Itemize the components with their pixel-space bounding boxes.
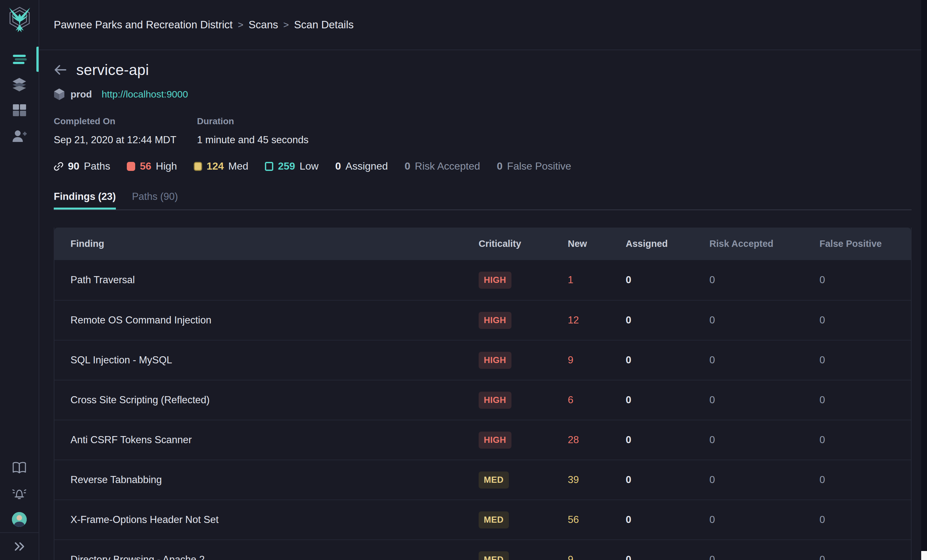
scan-host-link[interactable]: http://localhost:9000 xyxy=(102,89,188,100)
main-content: service-api prod http://localhost:9000 C… xyxy=(39,50,921,560)
bell-icon xyxy=(11,486,28,501)
book-icon xyxy=(12,461,27,474)
sidebar-item-dashboard[interactable] xyxy=(0,98,39,124)
finding-name[interactable]: Cross Site Scripting (Reflected) xyxy=(55,394,479,406)
false-positive-count: 0 xyxy=(819,314,912,326)
table-row[interactable]: SQL Injection - MySQL HIGH 9 0 0 0 xyxy=(55,340,911,380)
finding-name[interactable]: Directory Browsing - Apache 2 xyxy=(55,554,479,560)
risk-accepted-count: 0 xyxy=(710,434,819,446)
scan-stats-row: 90 Paths 56 High 124 Med 259 Low 0 Assig… xyxy=(54,160,571,172)
new-count[interactable]: 6 xyxy=(568,394,626,406)
breadcrumb-scan-details: Scan Details xyxy=(294,19,354,31)
sidebar-item-profile[interactable] xyxy=(0,507,39,532)
new-count[interactable]: 1 xyxy=(568,274,626,286)
criticality-badge: MED xyxy=(479,551,509,560)
new-count[interactable]: 56 xyxy=(568,514,626,525)
new-count[interactable]: 39 xyxy=(568,474,626,486)
high-count: 56 xyxy=(140,160,151,172)
stat-high: 56 High xyxy=(127,160,177,172)
sidebar-item-scans[interactable] xyxy=(0,46,39,72)
risk-accepted-count: 0 xyxy=(710,514,819,525)
stat-risk-accepted: 0 Risk Accepted xyxy=(404,160,480,172)
finding-name[interactable]: X-Frame-Options Header Not Set xyxy=(55,514,479,525)
criticality-badge: HIGH xyxy=(479,392,511,409)
sidebar-item-team[interactable] xyxy=(0,124,39,149)
criticality-badge: HIGH xyxy=(479,432,511,449)
finding-name[interactable]: SQL Injection - MySQL xyxy=(55,354,479,366)
environment-name: prod xyxy=(70,89,92,100)
tab-bar: Findings (23) Paths (90) xyxy=(54,191,912,210)
back-arrow-button[interactable] xyxy=(54,64,67,75)
column-header-false-positive: False Positive xyxy=(819,238,912,249)
table-row[interactable]: Reverse Tabnabbing MED 39 0 0 0 xyxy=(55,460,911,499)
finding-name[interactable]: Remote OS Command Injection xyxy=(55,314,479,326)
stat-paths: 90 Paths xyxy=(54,160,110,172)
assigned-count: 0 xyxy=(626,514,710,525)
finding-name[interactable]: Anti CSRF Tokens Scanner xyxy=(55,434,479,446)
risk-accepted-count: 0 xyxy=(710,274,819,286)
false-positive-count: 0 xyxy=(819,514,912,525)
risk-accepted-count: 0 xyxy=(404,160,410,172)
breadcrumb: Pawnee Parks and Recreation District > S… xyxy=(54,19,354,31)
low-count: 259 xyxy=(278,160,295,172)
new-count[interactable]: 9 xyxy=(568,554,626,560)
sidebar-item-docs[interactable] xyxy=(0,455,39,481)
table-row[interactable]: Cross Site Scripting (Reflected) HIGH 6 … xyxy=(55,380,911,420)
med-label: Med xyxy=(228,160,248,172)
link-icon xyxy=(54,162,64,171)
breadcrumb-org[interactable]: Pawnee Parks and Recreation District xyxy=(54,19,233,31)
column-header-assigned: Assigned xyxy=(626,238,710,249)
breadcrumb-scans[interactable]: Scans xyxy=(248,19,278,31)
active-nav-indicator xyxy=(36,47,39,72)
risk-accepted-count: 0 xyxy=(710,474,819,486)
assigned-label: Assigned xyxy=(345,160,388,172)
false-positive-count: 0 xyxy=(819,554,912,560)
duration-label: Duration xyxy=(197,116,308,126)
tab-paths[interactable]: Paths (90) xyxy=(132,191,178,209)
criticality-badge: MED xyxy=(479,472,509,489)
false-positive-count: 0 xyxy=(819,394,912,406)
sidebar-item-alerts[interactable] xyxy=(0,481,39,507)
false-positive-count: 0 xyxy=(819,474,912,486)
table-row[interactable]: Directory Browsing - Apache 2 MED 9 0 0 … xyxy=(55,539,911,560)
user-avatar xyxy=(12,512,27,527)
criticality-badge: HIGH xyxy=(479,352,511,369)
high-severity-icon xyxy=(127,162,135,171)
table-row[interactable]: X-Frame-Options Header Not Set MED 56 0 … xyxy=(55,499,911,539)
table-row[interactable]: Remote OS Command Injection HIGH 12 0 0 … xyxy=(55,300,911,340)
scan-results-icon xyxy=(12,52,27,67)
table-row[interactable]: Anti CSRF Tokens Scanner HIGH 28 0 0 0 xyxy=(55,420,911,460)
column-header-risk-accepted: Risk Accepted xyxy=(710,238,819,249)
high-label: High xyxy=(156,160,177,172)
sidebar-item-applications[interactable] xyxy=(0,72,39,98)
stat-low: 259 Low xyxy=(265,160,318,172)
finding-name[interactable]: Path Traversal xyxy=(55,274,479,286)
risk-accepted-count: 0 xyxy=(710,394,819,406)
med-severity-icon xyxy=(194,162,202,171)
risk-accepted-count: 0 xyxy=(710,314,819,326)
completed-on-value: Sep 21, 2020 at 12:44 MDT xyxy=(54,134,197,146)
tab-findings[interactable]: Findings (23) xyxy=(54,191,116,209)
table-row[interactable]: Path Traversal HIGH 1 0 0 0 xyxy=(55,260,911,300)
environment-cube-icon xyxy=(54,88,65,100)
breadcrumb-separator: > xyxy=(238,19,244,30)
new-count[interactable]: 12 xyxy=(568,314,626,326)
scrollbar-thumb[interactable] xyxy=(921,551,927,560)
new-count[interactable]: 9 xyxy=(568,354,626,366)
finding-name[interactable]: Reverse Tabnabbing xyxy=(55,474,479,486)
scrollbar-track[interactable] xyxy=(921,0,927,560)
completed-on-label: Completed On xyxy=(54,116,197,126)
column-header-finding: Finding xyxy=(55,238,479,249)
duration-value: 1 minute and 45 seconds xyxy=(197,134,308,146)
column-header-new: New xyxy=(568,238,626,249)
findings-table: Finding Criticality New Assigned Risk Ac… xyxy=(54,228,912,560)
false-positive-count: 0 xyxy=(819,434,912,446)
med-count: 124 xyxy=(207,160,224,172)
sidebar-expand-button[interactable] xyxy=(0,532,39,560)
false-positive-label: False Positive xyxy=(507,160,571,172)
new-count[interactable]: 28 xyxy=(568,434,626,446)
add-user-icon xyxy=(11,129,27,144)
low-label: Low xyxy=(300,160,319,172)
app-logo[interactable] xyxy=(0,5,39,33)
assigned-count: 0 xyxy=(626,474,710,486)
